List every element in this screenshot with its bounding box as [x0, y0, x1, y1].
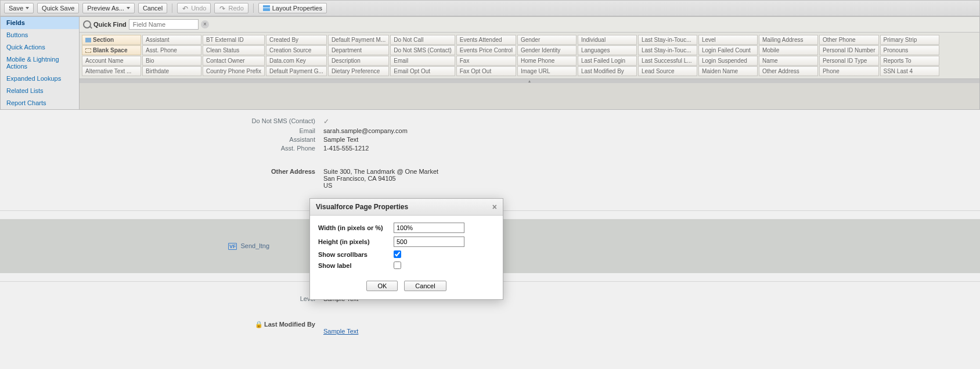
- palette-field[interactable]: Home Phone: [517, 56, 577, 66]
- palette-field[interactable]: Do Not SMS (Contact): [390, 45, 455, 55]
- palette-category-related-lists[interactable]: Related Lists: [1, 85, 79, 97]
- palette-field[interactable]: Clean Status: [203, 45, 265, 55]
- palette-field[interactable]: Languages: [578, 45, 637, 55]
- palette-category-expanded-lookups[interactable]: Expanded Lookups: [1, 73, 79, 85]
- palette-field[interactable]: Last Failed Login: [578, 56, 637, 66]
- palette-field[interactable]: Gender Identity: [517, 45, 577, 55]
- palette-field[interactable]: Maiden Name: [698, 66, 758, 76]
- palette-field[interactable]: Gender: [517, 35, 577, 45]
- palette-right: Quick Find × SectionBlank SpaceAccount N…: [80, 17, 979, 109]
- palette-field[interactable]: Level: [698, 35, 758, 45]
- palette-field[interactable]: Creation Source: [266, 45, 327, 55]
- palette-field[interactable]: Data.com Key: [266, 56, 327, 66]
- palette-field[interactable]: Events Attended: [456, 35, 516, 45]
- search-icon: [83, 20, 91, 28]
- palette-field[interactable]: Dietary Preference: [328, 66, 389, 76]
- checkmark-icon: [323, 117, 329, 126]
- palette-field[interactable]: Alternative Text ...: [82, 66, 141, 76]
- palette-field[interactable]: Other Address: [759, 66, 818, 76]
- palette-field[interactable]: Last Stay-in-Touc...: [638, 35, 697, 45]
- palette-item-section[interactable]: Section: [82, 35, 141, 45]
- palette-field[interactable]: Default Payment G...: [266, 66, 327, 76]
- palette-field[interactable]: Birthdate: [142, 66, 201, 76]
- palette-field[interactable]: Created By: [266, 35, 327, 45]
- detail-row: AssistantSample Text: [0, 136, 980, 143]
- palette-field[interactable]: Email: [390, 56, 455, 66]
- quick-save-button[interactable]: Quick Save: [37, 3, 79, 13]
- palette-field[interactable]: SSN Last 4: [880, 66, 939, 76]
- palette-field[interactable]: Primary Strip: [880, 35, 939, 45]
- palette-field[interactable]: Login Failed Count: [698, 45, 758, 55]
- palette-field[interactable]: Mobile: [759, 45, 818, 55]
- palette-field[interactable]: Account Name: [82, 56, 141, 66]
- quick-find-input[interactable]: [129, 19, 199, 30]
- ok-button[interactable]: OK: [366, 281, 398, 291]
- palette-field[interactable]: Name: [759, 56, 818, 66]
- show-label-checkbox[interactable]: [394, 261, 401, 269]
- palette-field[interactable]: Reports To: [880, 56, 939, 66]
- palette-field[interactable]: Department: [328, 45, 389, 55]
- palette-category-buttons[interactable]: Buttons: [1, 29, 79, 41]
- palette-field[interactable]: Contact Owner: [203, 56, 265, 66]
- palette-field[interactable]: Personal ID Type: [819, 56, 879, 66]
- palette-field[interactable]: Other Phone: [819, 35, 879, 45]
- palette-field[interactable]: Pronouns: [880, 45, 939, 55]
- palette-field[interactable]: Fax Opt Out: [456, 66, 516, 76]
- redo-button[interactable]: Redo: [214, 3, 248, 13]
- palette-field[interactable]: Login Suspended: [698, 56, 758, 66]
- last-modified-by-label: Last Modified By: [264, 321, 315, 328]
- detail-row: Last Modified By Sample Text: [0, 321, 980, 335]
- undo-label: Undo: [191, 5, 206, 12]
- palette-field[interactable]: Lead Source: [638, 66, 697, 76]
- layout-properties-button[interactable]: Layout Properties: [258, 3, 327, 13]
- palette-field[interactable]: Do Not Call: [390, 35, 455, 45]
- palette-collapse-handle[interactable]: [80, 78, 979, 83]
- height-label: Height (in pixels): [318, 238, 394, 245]
- caret-down-icon: [26, 7, 29, 9]
- detail-value: sarah.sample@company.com: [323, 127, 408, 134]
- palette-field[interactable]: Default Payment M...: [328, 35, 389, 45]
- preview-as-button[interactable]: Preview As...: [82, 3, 135, 13]
- palette-field[interactable]: Description: [328, 56, 389, 66]
- palette-item-blank-space[interactable]: Blank Space: [82, 45, 141, 55]
- palette-category-mobile-lightning-actions[interactable]: Mobile & Lightning Actions: [1, 53, 79, 73]
- modal-title: Visualforce Page Properties: [316, 203, 408, 211]
- palette-field[interactable]: Events Price Control: [456, 45, 516, 55]
- detail-label: Assistant: [0, 136, 323, 143]
- palette-field[interactable]: Image URL: [517, 66, 577, 76]
- palette-field[interactable]: Bio: [142, 56, 201, 66]
- palette-field[interactable]: Mailing Address: [759, 35, 818, 45]
- last-modified-by-link[interactable]: Sample Text: [323, 328, 358, 335]
- height-input[interactable]: [394, 237, 464, 247]
- palette-field[interactable]: Country Phone Prefix: [203, 66, 265, 76]
- palette-categories: FieldsButtonsQuick ActionsMobile & Light…: [1, 17, 80, 109]
- palette-field[interactable]: Email Opt Out: [390, 66, 455, 76]
- palette-field[interactable]: Last Stay-in-Touc...: [638, 45, 697, 55]
- palette-field[interactable]: Assistant: [142, 35, 201, 45]
- modal-footer: OK Cancel: [310, 276, 503, 299]
- palette-field[interactable]: Personal ID Number: [819, 45, 879, 55]
- close-icon[interactable]: ×: [492, 203, 497, 210]
- save-button[interactable]: Save: [4, 3, 34, 13]
- palette-category-quick-actions[interactable]: Quick Actions: [1, 41, 79, 53]
- palette-field[interactable]: Fax: [456, 56, 516, 66]
- fields-grid-wrap: SectionBlank SpaceAccount NameAlternativ…: [80, 33, 979, 78]
- show-label-label: Show label: [318, 262, 394, 269]
- undo-button[interactable]: Undo: [177, 3, 211, 13]
- show-scrollbars-checkbox[interactable]: [394, 250, 401, 258]
- quick-find-bar: Quick Find ×: [80, 17, 979, 33]
- palette-field[interactable]: Last Modified By: [578, 66, 637, 76]
- palette-field[interactable]: Individual: [578, 35, 637, 45]
- palette-field[interactable]: Phone: [819, 66, 879, 76]
- clear-icon[interactable]: ×: [201, 20, 209, 28]
- palette-category-report-charts[interactable]: Report Charts: [1, 97, 79, 109]
- palette-category-fields[interactable]: Fields: [1, 17, 79, 29]
- detail-value-last-modified-by: Sample Text: [323, 321, 358, 335]
- modal-cancel-button[interactable]: Cancel: [404, 281, 446, 291]
- palette-field[interactable]: BT External ID: [203, 35, 265, 45]
- palette-field[interactable]: Last Successful L...: [638, 56, 697, 66]
- width-input[interactable]: [394, 223, 464, 233]
- detail-row: Emailsarah.sample@company.com: [0, 127, 980, 134]
- palette-field[interactable]: Asst. Phone: [142, 45, 201, 55]
- cancel-button[interactable]: Cancel: [138, 3, 167, 13]
